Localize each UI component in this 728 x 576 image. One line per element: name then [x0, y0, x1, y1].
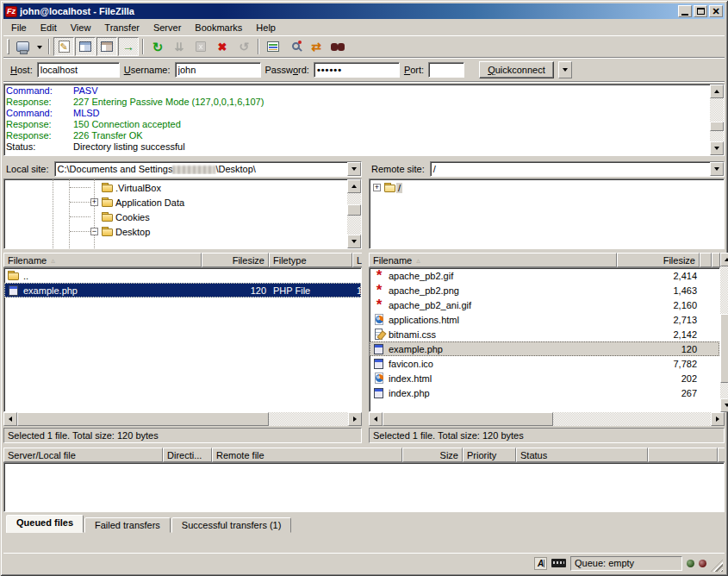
local-horizontal-scrollbar[interactable]: [3, 412, 362, 426]
directory-comparison-button[interactable]: [284, 37, 305, 56]
pane-splitter[interactable]: [362, 161, 369, 443]
menu-server[interactable]: Server: [146, 21, 188, 34]
tree-item-item[interactable]: +/: [370, 180, 724, 195]
scroll-down-button[interactable]: [347, 235, 361, 248]
file-row-index-html[interactable]: index.html202: [370, 371, 719, 385]
synchronized-browsing-button[interactable]: ⇄: [306, 37, 327, 56]
expand-icon[interactable]: +: [373, 184, 381, 191]
scroll-right-button[interactable]: [348, 412, 362, 426]
menu-edit[interactable]: Edit: [34, 21, 64, 34]
scroll-up-button[interactable]: [347, 179, 361, 193]
maximize-button[interactable]: [694, 5, 707, 17]
site-manager-button[interactable]: [12, 37, 33, 56]
column-header-remote-file[interactable]: Remote file: [212, 448, 402, 462]
column-header-filesize[interactable]: Filesize: [617, 253, 700, 267]
toggle-local-tree-button[interactable]: [75, 37, 96, 56]
local-site-combobox[interactable]: C:\Documents and Settings\Desktop\: [54, 161, 362, 177]
column-header-item[interactable]: [700, 253, 712, 267]
column-header-priority[interactable]: Priority: [463, 448, 516, 462]
menu-help[interactable]: Help: [249, 21, 283, 34]
local-tree-scrollbar[interactable]: [347, 179, 361, 248]
file-row-apache-pb2-ani-gif[interactable]: *apache_pb2_ani.gif2,160: [370, 297, 719, 312]
column-header-filename[interactable]: Filename▵: [3, 253, 202, 267]
speed-limit-icon[interactable]: [551, 559, 566, 567]
tab-successful-transfers-1[interactable]: Successful transfers (1): [171, 517, 292, 533]
tree-item-cookies[interactable]: Cookies: [4, 210, 347, 224]
file-row-favicon-ico[interactable]: favicon.ico7,782: [370, 356, 719, 371]
file-row-item[interactable]: ..: [4, 268, 361, 283]
filename-text: bitnami.css: [389, 329, 436, 340]
column-header-filetype[interactable]: Filetype: [269, 253, 352, 267]
filename-cell: *apache_pb2.png: [370, 285, 618, 296]
remote-list-scrollbar[interactable]: [720, 253, 728, 412]
tree-item-desktop[interactable]: −Desktop: [4, 224, 347, 239]
column-header-filename[interactable]: Filename▵: [369, 253, 617, 267]
column-header-item[interactable]: [648, 448, 718, 462]
remote-site-dropdown-button[interactable]: [710, 162, 724, 176]
filename-text: ..: [23, 271, 28, 281]
scroll-up-button[interactable]: [710, 85, 724, 98]
tree-item-virtualbox[interactable]: .VirtualBox: [4, 180, 347, 195]
toggle-message-log-button[interactable]: ✎: [53, 37, 74, 56]
scrollbar-thumb[interactable]: [17, 412, 269, 426]
file-row-index-php[interactable]: index.php267: [370, 385, 719, 400]
scroll-up-button[interactable]: [720, 253, 728, 266]
menu-transfer[interactable]: Transfer: [97, 21, 146, 34]
disconnect-button[interactable]: ✖: [212, 37, 233, 56]
local-site-dropdown-button[interactable]: [347, 162, 361, 176]
column-header-size[interactable]: Size: [402, 448, 463, 462]
disconnect-icon: ✖: [218, 41, 227, 53]
tab-queued-files[interactable]: Queued files: [6, 515, 84, 533]
toggle-remote-tree-button[interactable]: [96, 37, 117, 56]
username-input[interactable]: [175, 62, 261, 78]
scrollbar-thumb[interactable]: [347, 204, 361, 215]
scrollbar-thumb[interactable]: [710, 122, 724, 131]
column-header-directi[interactable]: Directi...: [163, 448, 212, 462]
menu-file[interactable]: File: [4, 21, 34, 34]
scroll-left-button[interactable]: [3, 412, 17, 426]
log-line: Response:226 Transfer OK: [6, 130, 710, 141]
find-files-button[interactable]: [327, 37, 348, 56]
site-manager-dropdown-button[interactable]: [34, 37, 45, 56]
scrollbar-thumb[interactable]: [383, 412, 553, 426]
transfer-type-ascii-icon[interactable]: A: [534, 557, 547, 570]
filter-button[interactable]: [263, 37, 283, 56]
collapse-icon[interactable]: −: [90, 228, 98, 235]
menu-bookmarks[interactable]: Bookmarks: [188, 21, 249, 34]
toggle-queue-view-button[interactable]: →: [118, 37, 139, 56]
file-row-apache-pb2-gif[interactable]: *apache_pb2.gif2,414: [370, 268, 719, 283]
message-log-scrollbar[interactable]: [710, 85, 724, 155]
scroll-left-button[interactable]: [369, 412, 383, 426]
close-button[interactable]: ✕: [709, 5, 723, 17]
resize-grip[interactable]: [711, 560, 723, 572]
tab-failed-transfers[interactable]: Failed transfers: [84, 517, 171, 533]
menu-view[interactable]: View: [64, 21, 98, 34]
file-row-bitnami-css[interactable]: bitnami.css2,142: [370, 327, 719, 341]
column-header-status[interactable]: Status: [516, 448, 648, 462]
quickconnect-button[interactable]: Quickconnect: [479, 61, 554, 78]
remote-site-combobox[interactable]: /: [430, 161, 725, 177]
column-header-filesize[interactable]: Filesize: [202, 253, 269, 267]
column-header-l[interactable]: L: [352, 253, 362, 267]
tree-item-application-data[interactable]: +Application Data: [4, 195, 347, 210]
scroll-down-button[interactable]: [720, 398, 728, 412]
scrollbar-thumb[interactable]: [720, 314, 728, 383]
scroll-right-button[interactable]: [711, 412, 725, 426]
firefox-icon: [373, 373, 385, 384]
file-row-example-php[interactable]: example.php120: [370, 341, 719, 356]
column-header-server-local-file[interactable]: Server/Local file: [3, 448, 163, 462]
port-input[interactable]: [428, 62, 464, 78]
close-icon: ✕: [712, 7, 719, 16]
quickconnect-dropdown-button[interactable]: [558, 61, 572, 78]
password-input[interactable]: [314, 62, 400, 78]
filename-text: example.php: [389, 344, 443, 354]
remote-horizontal-scrollbar[interactable]: [369, 412, 725, 426]
expand-icon[interactable]: +: [90, 198, 98, 206]
file-row-apache-pb2-png[interactable]: *apache_pb2.png1,463: [370, 283, 719, 297]
file-row-example-php[interactable]: example.php120PHP File1: [4, 283, 361, 297]
file-row-applications-html[interactable]: applications.html2,713: [370, 312, 719, 327]
minimize-button[interactable]: [678, 5, 692, 17]
host-input[interactable]: [37, 62, 120, 78]
scroll-down-button[interactable]: [710, 141, 724, 155]
refresh-button[interactable]: ↻: [147, 37, 168, 56]
